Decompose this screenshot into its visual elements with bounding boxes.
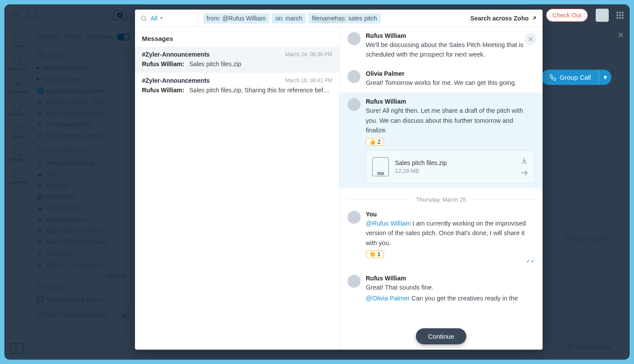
- attachment-card[interactable]: Sales pitch files.zip 12.29 MB: [366, 150, 535, 183]
- avatar: [347, 98, 361, 111]
- search-scope-dropdown[interactable]: All ▾: [151, 10, 198, 27]
- token-on[interactable]: on: march: [272, 13, 306, 24]
- checkout-button[interactable]: Check Out: [546, 9, 588, 22]
- message-text: @Olivia Palmer Can you get the creatives…: [366, 293, 535, 303]
- group-call-dropdown[interactable]: ▾: [599, 70, 611, 85]
- message-author: Olivia Palmer: [366, 70, 535, 77]
- search-body: Messages #Zyler-AnnouncementsMarch 24, 0…: [135, 27, 543, 350]
- search-bar: All ▾ from: @Rufus William on: march fil…: [135, 10, 543, 27]
- attachment-name: Sales pitch files.zip: [395, 159, 514, 166]
- message-text: We'll be discussing about the Sales Pitc…: [366, 40, 535, 60]
- message-row: Rufus WilliamSure! All right then. Let m…: [340, 93, 543, 188]
- message-author: You: [366, 211, 535, 218]
- panel-close-icon[interactable]: ✕: [617, 30, 626, 39]
- group-call-button[interactable]: Group Call: [541, 70, 599, 85]
- reaction-chip[interactable]: 👏1: [366, 250, 384, 258]
- search-across-zoho[interactable]: Search across Zoho: [470, 15, 537, 22]
- chevron-down-icon: ▾: [160, 15, 163, 21]
- results-column: Messages #Zyler-AnnouncementsMarch 24, 0…: [135, 27, 340, 350]
- reaction-chip[interactable]: 👍2: [366, 138, 384, 146]
- message-text: Great! That sounds fine.: [366, 283, 535, 292]
- date-divider: Thursday, March 25: [347, 189, 535, 206]
- message-author: Rufus William: [366, 32, 535, 39]
- forward-icon[interactable]: [520, 169, 528, 177]
- message-text: Great! Tomorrow works for me. We can get…: [366, 78, 535, 88]
- group-call-control: Group Call ▾: [541, 70, 611, 85]
- search-result-item[interactable]: #Zyler-AnnouncementsMarch 24, 06:39 PM R…: [135, 47, 339, 73]
- preview-close-icon[interactable]: ✕: [524, 33, 536, 45]
- results-section-title: Messages: [135, 27, 339, 47]
- message-row: Rufus WilliamGreat! That sounds fine.@Ol…: [347, 270, 535, 308]
- app-window: Cliq 🔇 10 Hrs Check Out ✕ Group Call ▾ C…: [4, 4, 630, 360]
- continue-button[interactable]: Continue: [416, 328, 466, 344]
- message-text: Sure! All right then. Let me share a dra…: [366, 106, 535, 135]
- search-icon: [140, 15, 147, 22]
- avatar: [347, 70, 361, 83]
- apps-grid-icon[interactable]: [617, 12, 624, 19]
- phone-icon: [549, 74, 556, 81]
- group-call-label: Group Call: [560, 74, 591, 81]
- mention[interactable]: @Rufus William: [366, 220, 411, 227]
- message-author: Rufus William: [366, 275, 535, 282]
- avatar: [347, 211, 361, 224]
- download-icon[interactable]: [520, 157, 528, 165]
- preview-column: ✕ Rufus WilliamWe'll be discussing about…: [340, 27, 543, 350]
- mention[interactable]: @Olivia Palmer: [366, 295, 410, 302]
- avatar: [347, 275, 361, 288]
- search-tokens[interactable]: from: @Rufus William on: march filenameh…: [198, 13, 381, 24]
- token-filename[interactable]: filenamehas: sales pitch: [308, 13, 380, 24]
- message-author: Rufus William: [366, 98, 535, 105]
- avatar: [347, 32, 361, 45]
- search-result-item[interactable]: #Zyler-AnnouncementsMarch 16, 08:41 PM R…: [135, 73, 339, 99]
- message-row: You@Rufus William I am currently working…: [347, 206, 535, 270]
- read-receipt-icon: ✓✓: [366, 258, 535, 264]
- attachment-size: 12.29 MB: [395, 168, 514, 174]
- search-modal: All ▾ from: @Rufus William on: march fil…: [135, 10, 543, 350]
- continue-wrap: Continue: [416, 328, 466, 344]
- user-avatar[interactable]: [596, 9, 609, 22]
- message-row: Rufus WilliamWe'll be discussing about t…: [347, 27, 535, 65]
- message-row: Olivia PalmerGreat! Tomorrow works for m…: [347, 65, 535, 93]
- scope-label: All: [151, 15, 158, 22]
- svg-point-1: [142, 16, 145, 20]
- external-link-icon: [531, 15, 537, 21]
- message-text: @Rufus William I am currently working on…: [366, 219, 535, 248]
- zip-icon: [372, 157, 389, 176]
- token-from[interactable]: from: @Rufus William: [203, 13, 270, 24]
